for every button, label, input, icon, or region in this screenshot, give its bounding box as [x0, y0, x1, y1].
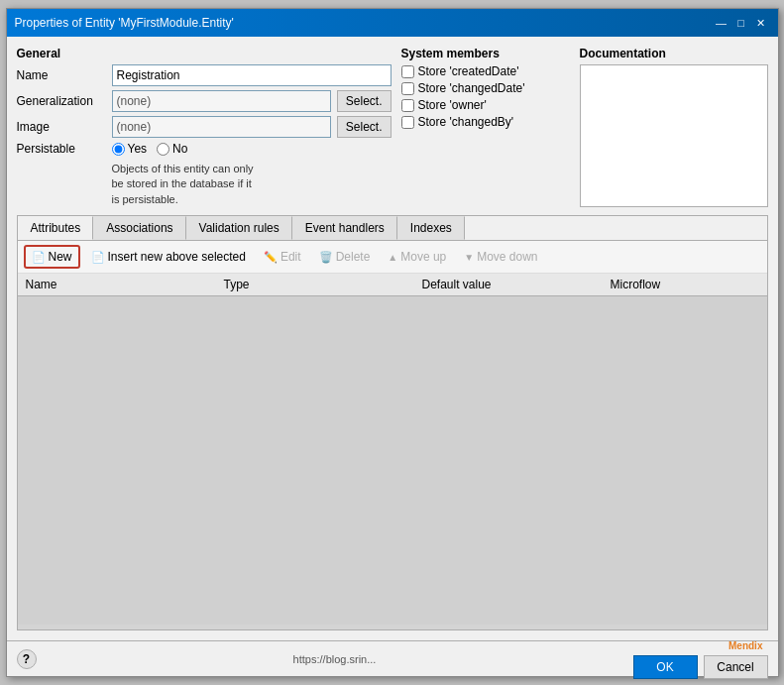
tab-content-attributes: New Insert new above selected Edit Delet… [18, 241, 767, 629]
mendix-logo-svg: Mendix [728, 639, 768, 651]
owner-label: Store 'owner' [418, 98, 487, 112]
title-bar: Properties of Entity 'MyFirstModule.Enti… [7, 9, 778, 37]
col-header-name: Name [18, 276, 216, 293]
checkbox-changed-date-row: Store 'changedDate' [401, 81, 570, 95]
edit-label: Edit [280, 250, 301, 264]
general-label: General [17, 47, 392, 60]
yes-label: Yes [128, 142, 148, 156]
no-radio-label[interactable]: No [157, 142, 187, 156]
image-label: Image [17, 120, 106, 134]
delete-label: Delete [336, 250, 371, 264]
created-date-label: Store 'createdDate' [418, 64, 519, 78]
owner-checkbox[interactable] [401, 99, 414, 112]
name-row: Name [17, 64, 392, 86]
persistable-description: Objects of this entity can onlybe stored… [112, 162, 392, 207]
delete-button[interactable]: Delete [312, 245, 378, 269]
bottom-bar: ? https://blog.srin... Mendix OK Cancel [7, 640, 778, 676]
checkbox-changed-by-row: Store 'changedBy' [401, 115, 570, 129]
general-section: General Name Generalization Select. Imag… [17, 47, 392, 207]
bottom-dialog-buttons: OK Cancel [633, 655, 768, 679]
new-icon [32, 250, 46, 264]
window-title: Properties of Entity 'MyFirstModule.Enti… [15, 16, 234, 30]
table-body [18, 296, 767, 625]
changed-date-label: Store 'changedDate' [418, 81, 525, 95]
insert-button[interactable]: Insert new above selected [84, 245, 253, 269]
move-up-label: Move up [400, 250, 446, 264]
svg-text:Mendix: Mendix [728, 640, 763, 651]
tabs-bar: Attributes Associations Validation rules… [18, 216, 767, 241]
yes-radio[interactable] [112, 143, 125, 156]
help-button[interactable]: ? [17, 649, 37, 669]
move-down-icon [464, 250, 474, 264]
generalization-input[interactable] [112, 90, 331, 112]
tab-event-handlers[interactable]: Event handlers [292, 216, 397, 240]
checkbox-created-date-row: Store 'createdDate' [401, 64, 570, 78]
insert-icon [91, 250, 105, 264]
persistable-label: Persistable [17, 142, 106, 156]
tab-indexes[interactable]: Indexes [397, 216, 465, 240]
changed-by-checkbox[interactable] [401, 116, 414, 129]
title-bar-buttons: — □ ✕ [713, 15, 770, 31]
name-input[interactable] [112, 64, 392, 86]
maximize-button[interactable]: □ [732, 15, 750, 31]
checkbox-owner-row: Store 'owner' [401, 98, 570, 112]
image-input[interactable] [112, 116, 331, 138]
documentation-section: Documentation [580, 47, 768, 207]
changed-date-checkbox[interactable] [401, 82, 414, 95]
edit-button[interactable]: Edit [257, 245, 308, 269]
documentation-textarea[interactable] [580, 64, 768, 207]
documentation-label: Documentation [580, 47, 768, 60]
generalization-row: Generalization Select. [17, 90, 392, 112]
system-members-section: System members Store 'createdDate' Store… [401, 47, 570, 207]
move-up-button[interactable]: Move up [381, 245, 453, 269]
image-select-button[interactable]: Select. [337, 116, 392, 138]
delete-icon [319, 250, 333, 264]
created-date-checkbox[interactable] [401, 65, 414, 78]
generalization-label: Generalization [17, 94, 106, 108]
no-label: No [172, 142, 187, 156]
close-button[interactable]: ✕ [752, 15, 770, 31]
tabs-section: Attributes Associations Validation rules… [17, 215, 768, 630]
ok-button[interactable]: OK [633, 655, 698, 679]
cancel-button[interactable]: Cancel [704, 655, 768, 679]
mendix-logo: Mendix [728, 639, 768, 653]
changed-by-label: Store 'changedBy' [418, 115, 514, 129]
attributes-table: Name Type Default value Microflow [18, 274, 767, 629]
system-members-label: System members [401, 47, 570, 60]
yes-radio-label[interactable]: Yes [112, 142, 148, 156]
col-header-microflow: Microflow [603, 276, 767, 293]
move-down-button[interactable]: Move down [457, 245, 544, 269]
top-section: General Name Generalization Select. Imag… [17, 47, 768, 207]
tab-attributes[interactable]: Attributes [18, 216, 94, 240]
minimize-button[interactable]: — [713, 15, 730, 31]
attributes-toolbar: New Insert new above selected Edit Delet… [18, 241, 767, 274]
col-header-type: Type [216, 276, 414, 293]
generalization-select-button[interactable]: Select. [337, 90, 392, 112]
image-row: Image Select. [17, 116, 392, 138]
new-button[interactable]: New [24, 245, 80, 269]
move-down-label: Move down [477, 250, 537, 264]
name-label: Name [17, 68, 106, 82]
tab-associations[interactable]: Associations [93, 216, 185, 240]
properties-dialog: Properties of Entity 'MyFirstModule.Enti… [6, 8, 779, 677]
col-header-default: Default value [414, 276, 603, 293]
persistable-radio-group: Yes No [112, 142, 392, 156]
move-up-icon [388, 250, 397, 264]
tab-validation-rules[interactable]: Validation rules [186, 216, 292, 240]
no-radio[interactable] [157, 143, 169, 156]
edit-icon [264, 250, 278, 264]
insert-label: Insert new above selected [108, 250, 246, 264]
main-content: General Name Generalization Select. Imag… [7, 37, 778, 640]
persistable-row: Persistable Yes No [17, 142, 392, 156]
table-header: Name Type Default value Microflow [18, 274, 767, 296]
new-label: New [49, 250, 72, 264]
bottom-url: https://blog.srin... [37, 653, 633, 665]
